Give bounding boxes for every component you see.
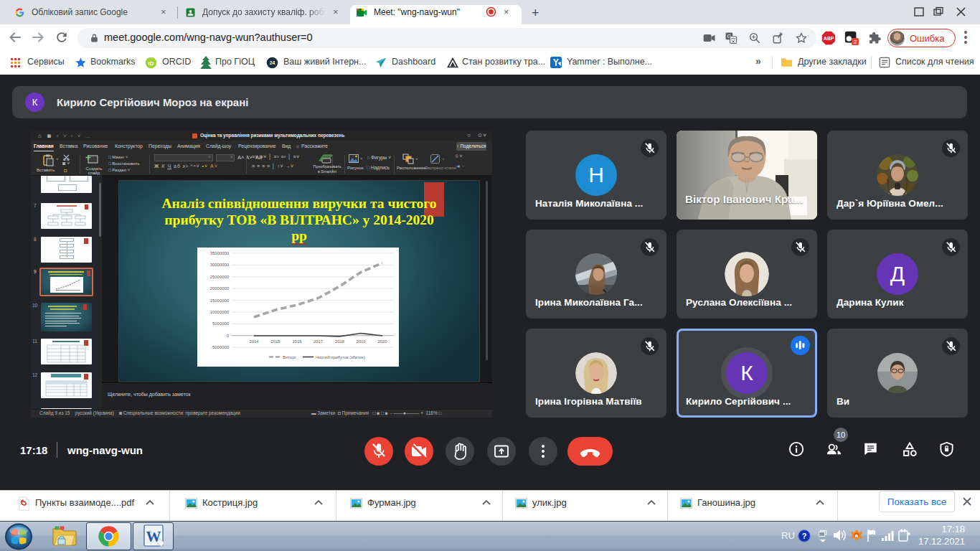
- svg-text:15000000: 15000000: [210, 298, 230, 303]
- svg-text:Чистий прибуток (збиток): Чистий прибуток (збиток): [316, 355, 365, 359]
- svg-text:5000000: 5000000: [212, 321, 230, 326]
- svg-text:10000000: 10000000: [210, 310, 230, 314]
- svg-text:2019: 2019: [356, 339, 365, 344]
- svg-text:25000000: 25000000: [210, 275, 230, 279]
- svg-text:2015: 2015: [270, 339, 281, 344]
- svg-text:2020: 2020: [377, 339, 387, 344]
- svg-text:a: a: [855, 532, 859, 539]
- svg-text:2016: 2016: [292, 339, 302, 344]
- svg-text:2017: 2017: [314, 339, 323, 344]
- svg-text:0: 0: [227, 334, 230, 338]
- svg-text:iD: iD: [149, 60, 154, 67]
- svg-text:2018: 2018: [335, 339, 345, 344]
- svg-text:W: W: [146, 528, 161, 545]
- svg-text:ABP: ABP: [824, 36, 834, 41]
- svg-text:2014: 2014: [249, 339, 259, 344]
- svg-text:30000000: 30000000: [210, 263, 230, 267]
- svg-text:24: 24: [270, 60, 275, 65]
- svg-text:-5000000: -5000000: [211, 345, 230, 349]
- svg-text:20000000: 20000000: [210, 286, 230, 291]
- svg-text:?: ?: [802, 532, 807, 540]
- svg-text:35000000: 35000000: [210, 251, 230, 255]
- svg-text:Виторг: Виторг: [283, 355, 296, 359]
- svg-text:2: 2: [854, 39, 857, 45]
